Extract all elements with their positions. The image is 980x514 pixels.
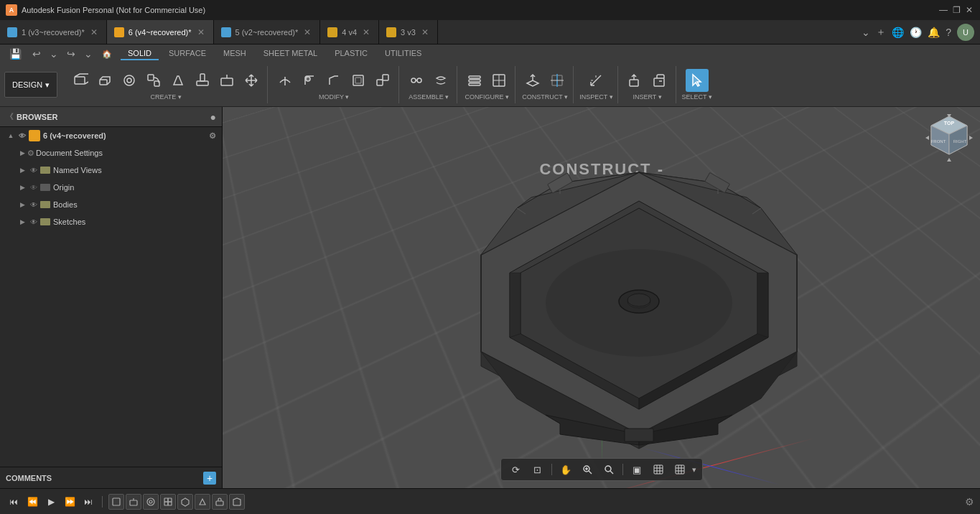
vis-origin[interactable]: 👁 <box>29 182 39 192</box>
create-move-button[interactable] <box>240 69 263 92</box>
tl-icon-6[interactable] <box>195 494 210 510</box>
expand-doc-settings[interactable]: ▶ <box>17 148 27 158</box>
tab-2-close[interactable]: ✕ <box>196 27 206 37</box>
expand-sketches[interactable]: ▶ <box>17 217 27 227</box>
expand-root-button[interactable]: ▲ <box>6 131 16 141</box>
tab-mesh[interactable]: MESH <box>216 47 253 60</box>
profile-avatar[interactable]: U <box>957 24 974 41</box>
configure-params-button[interactable] <box>463 69 486 92</box>
expand-origin[interactable]: ▶ <box>17 182 27 192</box>
save-button[interactable]: 💾 <box>7 46 23 62</box>
expand-bodies[interactable]: ▶ <box>17 200 27 210</box>
browser-item-sketches[interactable]: ▶ 👁 Sketches <box>0 213 222 230</box>
display-settings-button[interactable] <box>671 462 689 477</box>
modify-scale-button[interactable] <box>371 69 394 92</box>
modify-shell-button[interactable] <box>347 69 370 92</box>
help-icon[interactable]: ? <box>946 27 951 38</box>
redo-dropdown[interactable]: ⌄ <box>80 46 96 62</box>
select-button[interactable] <box>686 69 709 92</box>
browser-options-button[interactable]: ● <box>210 111 216 123</box>
tab-1-close[interactable]: ✕ <box>89 27 99 37</box>
root-settings-button[interactable]: ⚙ <box>209 131 216 141</box>
modify-fillet-button[interactable] <box>298 69 321 92</box>
create-web-button[interactable] <box>215 69 238 92</box>
grid-button[interactable] <box>649 462 668 477</box>
tl-icon-3[interactable] <box>143 494 159 510</box>
display-dropdown[interactable]: ▾ <box>692 465 696 475</box>
orbit-button[interactable]: ⟳ <box>507 462 526 477</box>
tab-4-close[interactable]: ✕ <box>361 27 371 37</box>
assemble-motion-button[interactable] <box>429 69 452 92</box>
undo-dropdown[interactable]: ⌄ <box>46 46 62 62</box>
tab-list-button[interactable]: ⌄ <box>862 27 870 38</box>
window-controls[interactable]: — ❐ ✕ <box>938 5 974 15</box>
browser-item-doc-settings[interactable]: ▶ ⚙ Document Settings <box>0 144 222 162</box>
tab-5[interactable]: 3 v3 ✕ <box>379 20 438 44</box>
add-comment-button[interactable]: + <box>203 472 216 485</box>
configure-rules-button[interactable] <box>487 69 510 92</box>
view-mode-button[interactable]: ▣ <box>627 462 646 477</box>
tab-4[interactable]: 4 v4 ✕ <box>320 20 379 44</box>
browser-collapse-button[interactable]: 《 <box>6 111 14 122</box>
browser-item-origin[interactable]: ▶ 👁 Origin <box>0 179 222 196</box>
tab-2[interactable]: 6 (v4~recovered)* ✕ <box>107 20 214 44</box>
redo-button[interactable]: ↪ <box>63 46 79 62</box>
expand-named-views[interactable]: ▶ <box>17 165 27 175</box>
timeline-settings-button[interactable]: ⚙ <box>965 496 974 508</box>
tab-surface[interactable]: SURFACE <box>162 47 213 60</box>
minimize-button[interactable]: — <box>938 5 948 15</box>
vis-named-views[interactable]: 👁 <box>29 165 39 175</box>
tab-3[interactable]: 5 (v2~recovered)* ✕ <box>214 20 321 44</box>
tab-sheet-metal[interactable]: SHEET METAL <box>256 47 325 60</box>
undo-button[interactable]: ↩ <box>29 46 45 62</box>
tl-icon-7[interactable] <box>212 494 228 510</box>
create-extrude-button[interactable] <box>93 69 116 92</box>
timeline-next-button[interactable]: ⏩ <box>62 494 78 510</box>
insert-decal-button[interactable] <box>648 69 671 92</box>
timeline-end-button[interactable]: ⏭ <box>80 494 96 510</box>
tab-5-close[interactable]: ✕ <box>420 27 430 37</box>
create-box-button[interactable] <box>69 69 92 92</box>
pan-button[interactable]: ✋ <box>556 462 575 477</box>
create-sweep-button[interactable] <box>142 69 165 92</box>
viewcube[interactable]: TOP FRONT RIGHT <box>924 113 974 163</box>
create-loft-button[interactable] <box>167 69 190 92</box>
create-revolve-button[interactable] <box>118 69 141 92</box>
tab-controls[interactable]: ⌄ ＋ 🌐 🕐 🔔 ? U <box>862 24 980 41</box>
modify-press-pull-button[interactable] <box>274 69 297 92</box>
vis-sketches[interactable]: 👁 <box>29 217 39 227</box>
tab-plastic[interactable]: PLASTIC <box>327 47 375 60</box>
tl-icon-8[interactable] <box>229 494 245 510</box>
tab-utilities[interactable]: UTILITIES <box>378 47 429 60</box>
assemble-joint-button[interactable] <box>405 69 428 92</box>
insert-insert-button[interactable] <box>624 69 647 92</box>
look-at-button[interactable]: ⊡ <box>528 462 547 477</box>
timeline-prev-button[interactable]: ⏪ <box>24 494 40 510</box>
modify-chamfer-button[interactable] <box>322 69 345 92</box>
zoom-button[interactable] <box>599 462 618 477</box>
tl-icon-4[interactable] <box>160 494 176 510</box>
create-rib-button[interactable] <box>191 69 214 92</box>
browser-item-root[interactable]: ▲ 👁 6 (v4~recovered) ⚙ <box>0 127 222 144</box>
maximize-button[interactable]: ❐ <box>951 5 961 15</box>
construct-axis-button[interactable] <box>546 69 569 92</box>
new-tab-button[interactable]: ＋ <box>876 26 886 39</box>
vis-root-button[interactable]: 👁 <box>17 131 27 141</box>
tl-icon-1[interactable] <box>108 494 124 510</box>
timeline-start-button[interactable]: ⏮ <box>6 494 22 510</box>
zoom-in-button[interactable] <box>578 462 597 477</box>
browser-item-bodies[interactable]: ▶ 👁 Bodies <box>0 196 222 213</box>
construct-plane-button[interactable] <box>521 69 544 92</box>
tl-icon-2[interactable] <box>126 494 141 510</box>
home-button[interactable]: 🏠 <box>102 50 112 59</box>
viewport[interactable]: CONSTRUCT - <box>223 107 980 488</box>
tab-3-close[interactable]: ✕ <box>302 27 312 37</box>
design-dropdown-button[interactable]: DESIGN ▾ <box>4 72 57 98</box>
vis-bodies[interactable]: 👁 <box>29 200 39 210</box>
tl-icon-5[interactable] <box>177 494 193 510</box>
timeline-play-button[interactable]: ▶ <box>43 494 59 510</box>
close-button[interactable]: ✕ <box>964 5 974 15</box>
tab-1[interactable]: 1 (v3~recovered)* ✕ <box>0 20 107 44</box>
browser-item-named-views[interactable]: ▶ 👁 Named Views <box>0 162 222 179</box>
inspect-measure-button[interactable] <box>584 69 607 92</box>
